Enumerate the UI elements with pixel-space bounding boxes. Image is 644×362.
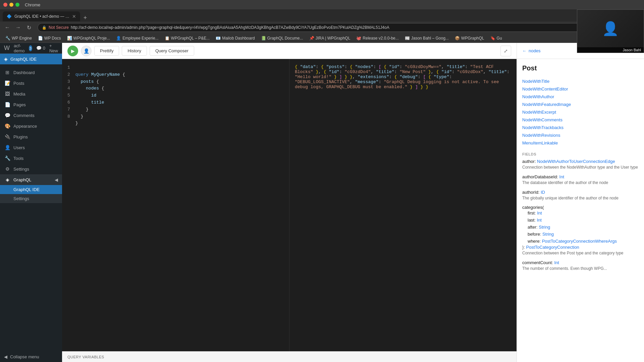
bookmark-icon: 🔖 [490,36,495,41]
field-type-link-author[interactable]: NodeWithAuthorToUserConnectionEdge [537,159,615,164]
history-button[interactable]: History [122,46,147,56]
schema-field-name-commentCount: commentCount: Int [522,260,639,265]
query-editor[interactable]: 12345678 query MyQueryName { posts { nod… [62,59,289,351]
bookmark-employee[interactable]: 👤 Employee Experie... [113,35,161,41]
new-tab-button[interactable]: + [82,14,89,21]
schema-type-link-NodeWithComments[interactable]: NodeWithComments [522,116,639,124]
pages-icon: 📄 [4,102,11,107]
new-content-button[interactable]: + New [49,43,58,53]
expand-button[interactable]: ⤢ [500,46,511,56]
bookmark-mailob[interactable]: 📧 Mailob Dashboard [213,35,257,41]
schema-field-commentCount: commentCount: Int The number of comments… [522,260,639,272]
active-tab[interactable]: 🔷 GraphQL IDE • acf-demo — … ✕ [3,11,80,21]
schema-field-desc-authorDatabaseId: The database identifier of the author of… [522,180,639,186]
wp-logo-item[interactable]: W [4,45,10,52]
schema-type-title: Post [517,59,644,77]
breadcrumb-back-label[interactable]: nodes [529,48,540,53]
bookmark-label: WP Docs [44,36,61,41]
bookmark-jason-bahl[interactable]: 📰 Jason Bahl – Goog... [402,35,451,41]
sidebar-item-settings[interactable]: ⚙ Settings [0,164,62,174]
address-bar[interactable]: 🔒 Not Secure http://acf-demo.local/wp-ad… [38,23,625,32]
bookmark-graphql-docs[interactable]: 📗 GraphQL Docume... [258,35,306,41]
schema-breadcrumb[interactable]: ← nodes [522,48,540,53]
submenu-item-settings[interactable]: Settings [0,194,62,203]
query-editor-empty-area[interactable] [67,127,284,346]
field-type-link-commentCount[interactable]: Int [554,260,559,265]
bookmark-gu[interactable]: 🔖 Gu [488,35,505,41]
mac-titlebar: Chrome [0,0,644,9]
bookmark-wp-engine[interactable]: 🔧 WP Engine [3,35,35,41]
bookmark-jira[interactable]: 📌 JIRA | WPGraphQL [307,35,353,41]
submenu-item-graphql-ide[interactable]: GraphQL IDE [0,185,62,194]
fullscreen-window-button[interactable] [15,3,19,7]
schema-type-link-NodeWithTitle[interactable]: NodeWithTitle [522,77,639,85]
sub-type-link-first[interactable]: Int [537,210,542,216]
settings-icon: ⚙ [4,166,11,172]
schema-docs-panel: ← nodes ✕ Post NodeWithTitle NodeWithCon… [517,43,644,362]
schema-field-author: author: NodeWithAuthorToUserConnectionEd… [522,159,639,170]
bookmark-wp-docs[interactable]: 📄 WP Docs [35,35,64,41]
prettify-button[interactable]: Prettify [94,46,119,56]
sub-type-link-where[interactable]: PostToCategoryConnectionWhereArgs [542,239,617,244]
refresh-button[interactable]: ↻ [24,23,34,32]
back-button[interactable]: ← [3,23,12,32]
schema-type-link-NodeWithTrackbacks[interactable]: NodeWithTrackbacks [522,124,639,131]
url-text: http://acf-demo.local/wp-admin/admin.php… [71,25,621,30]
collapse-icon: ◀ [4,354,7,359]
graphql-editors: 12345678 query MyQueryName { posts { nod… [62,59,517,351]
sidebar-item-comments[interactable]: 💬 Comments [0,110,62,121]
app-name: Chrome [25,2,40,7]
schema-type-link-NodeWithRevisions[interactable]: NodeWithRevisions [522,131,639,139]
bookmark-wpgraphql-project[interactable]: 📊 WPGraphQL Proje... [64,35,113,41]
sidebar-item-plugins[interactable]: 🔌 Plugins [0,131,62,142]
schema-type-link-MenuItemLinkable[interactable]: MenuItemLinkable [522,139,639,147]
field-type-link-authorId[interactable]: ID [541,190,545,195]
sidebar-item-tools[interactable]: 🔧 Tools [0,153,62,164]
comments-item[interactable]: 💬 0 [36,46,45,51]
sidebar-item-pages[interactable]: 📄 Pages [0,99,62,110]
field-type-link-authorDatabaseId[interactable]: Int [559,174,564,179]
bookmark-label: Mailob Dashboard [222,36,255,41]
line-numbers: 12345678 [67,64,70,127]
categories-return-type[interactable]: PostToCategoryConnection [526,245,579,250]
sidebar-item-media[interactable]: 🖼 Media [0,88,62,99]
sidebar-item-appearance[interactable]: 🎨 Appearance [0,121,62,131]
schema-type-link-NodeWithExcerpt[interactable]: NodeWithExcerpt [522,108,639,116]
window-controls[interactable] [3,3,19,7]
bookmark-release[interactable]: 🐙 Release v2.0.0-be... [354,35,401,41]
schema-type-link-NodeWithContentEditor[interactable]: NodeWithContentEditor [522,85,639,93]
sidebar-item-posts[interactable]: 📝 Posts [0,78,62,88]
close-window-button[interactable] [3,3,7,7]
minimize-window-button[interactable] [9,3,13,7]
bookmark-label: JIRA | WPGraphQL [316,36,351,41]
run-query-button[interactable]: ▶ [67,46,78,56]
sidebar-item-dashboard[interactable]: ⊞ Dashboard [0,67,62,78]
sidebar-item-label: Users [13,145,25,150]
submenu-item-label: GraphQL IDE [13,187,40,192]
wp-admin-sidebar: W acf-demo 3 💬 0 + New ◈ GraphQL IDE ⊞ D… [0,43,62,362]
tab-close-button[interactable]: ✕ [72,14,76,19]
forward-button[interactable]: → [13,23,23,32]
sidebar-item-label: Dashboard [13,70,35,75]
schema-field-desc-author: Connection between the NodeWithAuthor ty… [522,165,639,170]
query-variables-bar[interactable]: QUERY VARIABLES [62,351,517,362]
bookmark-wpgraphql[interactable]: 📦 WPGraphQL [452,35,487,41]
schema-type-link-NodeWithAuthor[interactable]: NodeWithAuthor [522,93,639,101]
sub-type-link-last[interactable]: Int [537,218,541,223]
bookmark-wpgraphql-pe[interactable]: 📋 WPGraphQL – P&E... [162,35,213,41]
site-name-item[interactable]: acf-demo [14,43,25,53]
user-button[interactable]: 👤 [81,46,92,56]
dashboard-icon: ⊞ [4,70,11,75]
sub-type-link-before[interactable]: String [542,232,554,237]
sidebar-item-users[interactable]: 👤 Users [0,142,62,153]
schema-field-name-categories: categories( [522,205,639,210]
query-code[interactable]: query MyQueryName { posts { nodes { id t… [75,64,284,127]
collapse-menu-button[interactable]: ◀ Collapse menu [0,352,62,362]
sub-type-link-after[interactable]: String [539,225,550,230]
sidebar-item-label: Posts [13,81,24,86]
categories-sub-fields: first: Int last: Int after: String befor… [528,210,639,245]
schema-type-link-NodeWithFeaturedImage[interactable]: NodeWithFeaturedImage [522,101,639,108]
wp-top-bar: W acf-demo 3 💬 0 + New [0,43,62,54]
sidebar-item-graphql[interactable]: ◈ GraphQL ◀ [0,174,62,185]
query-composer-button[interactable]: Query Composer [150,46,194,56]
